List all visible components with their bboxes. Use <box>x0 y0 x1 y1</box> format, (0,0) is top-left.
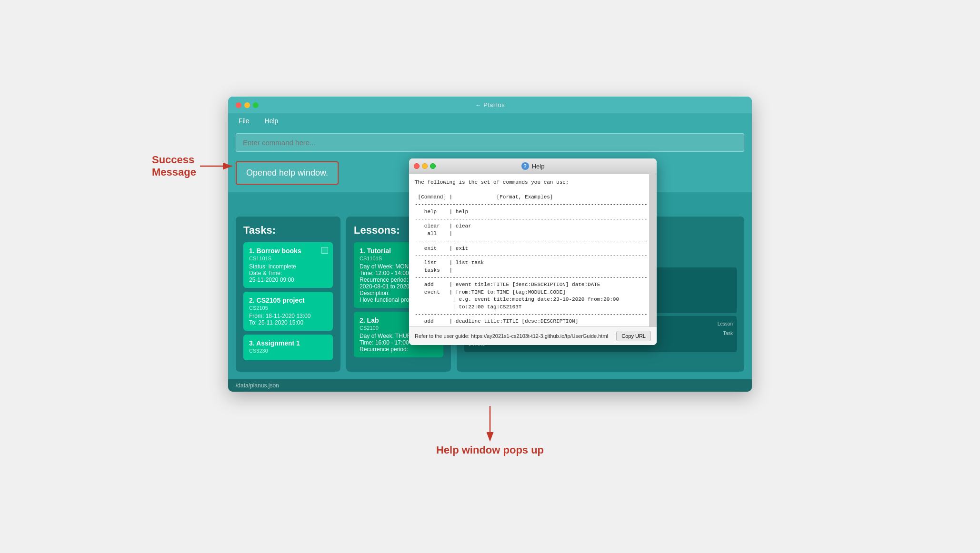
main-window: ← PlaНus File Help Opened help window. T… <box>228 97 752 392</box>
help-maximize-dot[interactable] <box>430 163 436 169</box>
help-dialog: ? Help The following is the set of comma… <box>409 158 657 345</box>
bottom-annotation-text: Help window pops up <box>228 444 752 456</box>
tasks-column: Tasks: 1. Borrow books CS1101S Status: i… <box>236 217 340 372</box>
task-1-title: 1. Borrow books <box>249 247 327 255</box>
task-1-checkbox[interactable] <box>321 247 328 254</box>
help-question-icon: ? <box>521 162 529 170</box>
menu-file[interactable]: File <box>236 116 252 126</box>
help-footer-text: Refer to the user guide: https://ay2021s… <box>415 333 612 339</box>
help-text-content[interactable]: The following is the set of commands you… <box>409 174 657 326</box>
success-message-text: Opened help window. <box>246 168 328 178</box>
status-bar: /data/planus.json <box>228 379 752 392</box>
help-content: The following is the set of commands you… <box>409 174 657 345</box>
help-footer: Refer to the user guide: https://ay2021s… <box>409 326 657 345</box>
task-card-3[interactable]: 3. Assignment 1 CS3230 <box>243 335 333 360</box>
bottom-annotation: Help window pops up <box>228 406 752 456</box>
maximize-dot[interactable] <box>253 102 259 108</box>
copy-url-button[interactable]: Copy URL <box>616 331 651 341</box>
help-close-dot[interactable] <box>414 163 420 169</box>
task-1-datetime-val: 25-11-2020 09:00 <box>249 276 327 283</box>
minimize-dot[interactable] <box>244 102 250 108</box>
status-path: /data/planus.json <box>236 382 279 389</box>
command-input[interactable] <box>236 133 744 152</box>
window-controls <box>236 102 259 108</box>
close-dot[interactable] <box>236 102 241 108</box>
task-2-title: 2. CS2105 project <box>249 296 327 304</box>
help-minimize-dot[interactable] <box>422 163 428 169</box>
help-window-controls <box>414 163 436 169</box>
task-3-title: 3. Assignment 1 <box>249 339 327 347</box>
task-1-datetime-label: Date & Time: <box>249 270 327 276</box>
menu-bar: File Help <box>228 113 752 128</box>
bottom-arrow-icon <box>480 406 500 444</box>
success-arrow-icon <box>200 159 238 173</box>
task-card-2[interactable]: 2. CS2105 project CS2105 From: 18-11-202… <box>243 292 333 331</box>
help-titlebar: ? Help <box>409 158 657 174</box>
titlebar: ← PlaНus <box>228 97 752 113</box>
success-annotation: Success Message <box>152 154 238 179</box>
help-title-content: ? Help <box>521 162 545 170</box>
success-message-box: Opened help window. <box>236 161 339 185</box>
task-1-module: CS1101S <box>249 256 327 261</box>
lesson-2-recurrence: Recurrence period: <box>360 346 438 353</box>
tasks-header: Tasks: <box>243 224 333 237</box>
task-2-to: To: 25-11-2020 15:00 <box>249 319 327 326</box>
task-1-status: Status: incomplete <box>249 263 327 270</box>
task-card-1[interactable]: 1. Borrow books CS1101S Status: incomple… <box>243 242 333 288</box>
help-title-label: Help <box>532 163 545 170</box>
task-2-module: CS2105 <box>249 305 327 311</box>
command-bar <box>228 128 752 159</box>
menu-help[interactable]: Help <box>262 116 281 126</box>
success-annotation-text: Success Message <box>152 154 196 179</box>
task-2-from: From: 18-11-2020 13:00 <box>249 313 327 319</box>
app-title: ← PlaНus <box>475 101 505 109</box>
task-3-module: CS3230 <box>249 348 327 354</box>
